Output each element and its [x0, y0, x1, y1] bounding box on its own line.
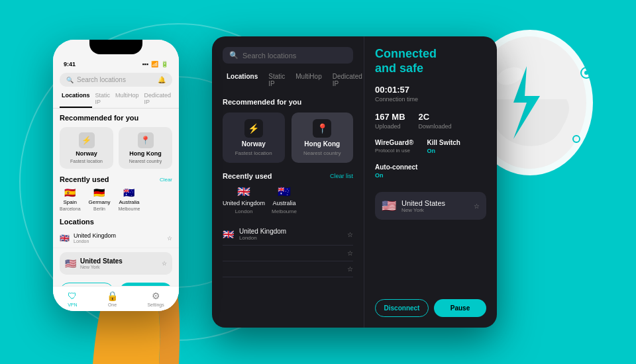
- tablet-recommended-title: Recommended for you: [223, 98, 353, 106]
- tablet-selected-sub: New York: [401, 207, 468, 213]
- phone-notch: [89, 40, 142, 54]
- phone-hongkong-icon: 📍: [138, 132, 154, 148]
- tablet-right-panel: Connectedand safe 00:01:57 Connection ti…: [364, 36, 497, 328]
- phone-tab-locations[interactable]: Locations: [60, 89, 92, 108]
- star-icon-1[interactable]: ☆: [347, 231, 353, 238]
- phone-us-sub: New York: [80, 265, 123, 269]
- phone-recent-germany[interactable]: 🇩🇪 Germany Berlin: [89, 187, 111, 211]
- tab-multihop[interactable]: MultiHop: [292, 70, 325, 90]
- tablet-rec-card-hongkong[interactable]: 📍 Hong Kong Nearest country: [292, 113, 354, 163]
- star-icon-3[interactable]: ☆: [347, 265, 353, 273]
- phone-germany-label: Germany: [89, 199, 111, 205]
- phone-recent-items: 🇪🇸 Spain Barcelona 🇩🇪 Germany Berlin 🇦🇺 …: [53, 187, 179, 211]
- phone-spain-flag: 🇪🇸: [64, 187, 76, 198]
- phone-rec-card-norway[interactable]: ⚡ Norway Fastest location: [60, 127, 113, 169]
- phone-us-star[interactable]: ☆: [162, 260, 167, 267]
- phone-nav-settings-icon: ⚙: [152, 291, 160, 301]
- tablet-disconnect-button[interactable]: Disconnect: [375, 299, 429, 317]
- tablet-search-input[interactable]: [242, 52, 346, 60]
- phone-status-bar: 9:41 ▪▪▪ 📶 🔋: [53, 58, 179, 70]
- phone-search-bar[interactable]: 🔍 Search locations 🔔: [60, 73, 172, 87]
- phone-recent-australia[interactable]: 🇦🇺 Australia Melbourne: [118, 187, 140, 211]
- protocol-info: WireGuard® Protocol in use: [375, 139, 413, 154]
- tablet-selected-name: United States: [401, 199, 468, 207]
- phone-norway-icon: ⚡: [79, 132, 95, 148]
- tablet-selected-location[interactable]: 🇺🇸 United States New York ☆: [375, 192, 486, 220]
- phone-norway-sublabel: Fastest location: [70, 159, 103, 163]
- protocol-name: WireGuard®: [375, 139, 413, 146]
- phone-tab-static-ip[interactable]: Static IP: [93, 89, 113, 108]
- phone-loc-uk-name: United Kingdom: [74, 232, 116, 239]
- phone-loc-uk-flag: 🇬🇧: [60, 234, 70, 243]
- tablet-search-bar[interactable]: 🔍: [223, 47, 353, 64]
- tab-dedicated-ip[interactable]: Dedicated IP: [329, 70, 364, 90]
- connected-title: Connectedand safe: [375, 47, 486, 75]
- wifi-icon: 📶: [151, 61, 158, 68]
- phone-australia-flag: 🇦🇺: [123, 187, 134, 198]
- tab-locations[interactable]: Locations: [223, 70, 262, 90]
- phone-loc-uk-sub: London: [74, 239, 116, 244]
- phone-nav-one[interactable]: 🔒 One: [107, 291, 118, 307]
- hongkong-sublabel: Nearest country: [303, 150, 341, 156]
- phone-selected-location[interactable]: 🇺🇸 United States New York ☆: [60, 252, 172, 275]
- tablet-tabs: Locations Static IP MultiHop Dedicated I…: [223, 70, 353, 90]
- tablet-loc1-sub: London: [239, 235, 342, 241]
- phone-spain-sublabel: Barcelona: [60, 206, 81, 211]
- phone-tab-dedicated-ip[interactable]: Dedicated IP: [142, 89, 174, 108]
- signal-icon: ▪▪▪: [142, 61, 148, 68]
- phone-germany-sublabel: Berlin: [93, 206, 105, 211]
- phone-time: 9:41: [64, 61, 76, 68]
- phone-australia-label: Australia: [119, 199, 139, 205]
- phone-search-icon: 🔍: [66, 77, 74, 83]
- star-icon-2[interactable]: ☆: [347, 250, 353, 257]
- phone-norway-label: Norway: [76, 150, 97, 157]
- tablet-clear-btn[interactable]: Clear list: [330, 173, 353, 179]
- phone-tab-multihop[interactable]: MultiHop: [113, 89, 141, 108]
- uploaded-stat: 167 MB Uploaded: [375, 112, 405, 130]
- phone-device: 9:41 ▪▪▪ 📶 🔋 🔍 Search locations 🔔 Locati…: [53, 40, 179, 311]
- protocol-sub: Protocol in use: [375, 148, 413, 154]
- protocol-row: WireGuard® Protocol in use Kill Switch O…: [375, 139, 486, 154]
- uploaded-label: Uploaded: [375, 123, 405, 130]
- phone-nav-settings[interactable]: ⚙ Settings: [147, 291, 164, 307]
- au-sublabel: Melbourne: [272, 208, 297, 214]
- svg-point-7: [584, 71, 588, 75]
- phone-nav-one-label: One: [108, 302, 117, 307]
- phone-bell-icon: 🔔: [158, 76, 166, 83]
- phone-screen: 9:41 ▪▪▪ 📶 🔋 🔍 Search locations 🔔 Locati…: [53, 40, 179, 311]
- tablet-selected-star[interactable]: ☆: [474, 203, 480, 210]
- tablet-recent-au[interactable]: 🇦🇺 Australia Melbourne: [272, 185, 297, 214]
- phone-nav-settings-label: Settings: [147, 302, 164, 307]
- tab-static-ip[interactable]: Static IP: [264, 70, 289, 90]
- kill-switch-status: On: [427, 148, 460, 154]
- phone-clear-btn[interactable]: Clear: [160, 177, 172, 183]
- tablet-selected-flag: 🇺🇸: [382, 199, 396, 213]
- auto-connect-info: Auto-connect On: [375, 163, 486, 179]
- phone-recently-header: Recently used Clear: [53, 175, 179, 183]
- phone-nav-vpn[interactable]: 🛡 VPN: [68, 291, 77, 307]
- phone-nav-vpn-label: VPN: [68, 302, 77, 307]
- downloaded-value: 2C: [419, 112, 452, 122]
- phone-recently-title: Recently used: [60, 175, 109, 183]
- tablet-search-icon: 🔍: [229, 51, 238, 60]
- tablet-pause-button[interactable]: Pause: [434, 299, 486, 317]
- phone-locations-title: Locations: [53, 218, 179, 226]
- phone-recent-spain[interactable]: 🇪🇸 Spain Barcelona: [60, 187, 81, 211]
- downloaded-label: Downloaded: [419, 123, 452, 130]
- phone-hongkong-sublabel: Nearest country: [129, 159, 162, 163]
- phone-us-flag: 🇺🇸: [65, 258, 76, 269]
- kill-switch-info: Kill Switch On: [427, 139, 460, 154]
- phone-nav-vpn-icon: 🛡: [68, 291, 77, 301]
- phone-recommended-title: Recommended for you: [53, 114, 179, 122]
- connection-time-value: 00:01:57: [375, 85, 486, 95]
- phone-hongkong-label: Hong Kong: [129, 150, 162, 157]
- uploaded-value: 167 MB: [375, 112, 405, 122]
- phone-rec-card-hongkong[interactable]: 📍 Hong Kong Nearest country: [119, 127, 172, 169]
- au-flag: 🇦🇺: [278, 185, 291, 198]
- phone-uk-star[interactable]: ☆: [167, 235, 172, 242]
- tablet-device: 🔍 Locations Static IP MultiHop Dedicated…: [212, 36, 497, 328]
- kill-switch-name: Kill Switch: [427, 139, 460, 146]
- phone-location-uk[interactable]: 🇬🇧 United Kingdom London ☆: [53, 228, 179, 248]
- phone-tabs: Locations Static IP MultiHop Dedicated I…: [53, 89, 179, 109]
- auto-connect-name: Auto-connect: [375, 163, 486, 171]
